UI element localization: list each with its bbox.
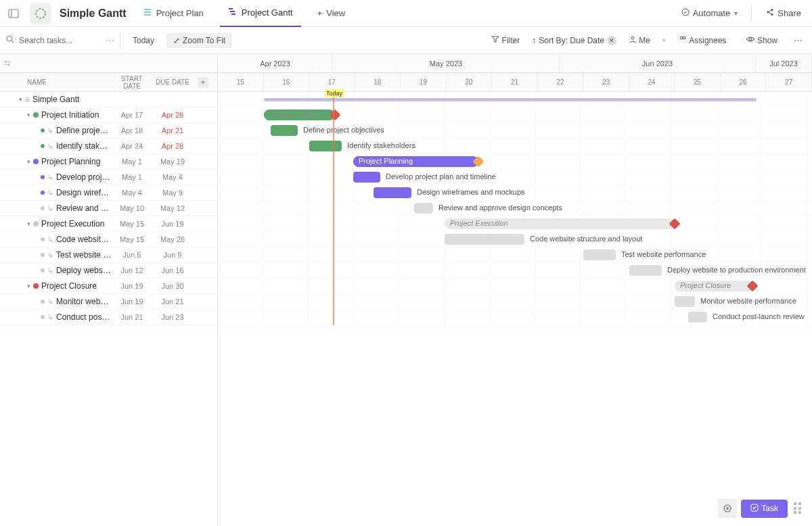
zoom-to-fit-button[interactable]: ⤢Zoom To Fit <box>166 33 232 48</box>
expand-all-icon[interactable]: ⇆ <box>0 59 14 68</box>
start-date-cell[interactable]: May 10 <box>112 204 152 212</box>
task-row[interactable]: ↳Code website structure and layoutMay 15… <box>0 232 217 247</box>
task-row[interactable]: ↳Monitor website performanceJun 19Jun 21 <box>0 294 217 310</box>
sort-icon: ↕ <box>532 36 536 45</box>
due-date-cell[interactable]: May 26 <box>152 235 193 243</box>
due-date-cell[interactable]: Apr 28 <box>152 111 193 119</box>
start-date-cell[interactable]: Jun 19 <box>112 282 152 290</box>
start-date-cell[interactable]: Jun 12 <box>112 266 152 274</box>
due-date-cell[interactable]: Jun 19 <box>152 220 193 228</box>
automate-button[interactable]: Automate ▾ <box>675 5 744 22</box>
due-date-cell[interactable]: May 19 <box>152 158 193 166</box>
task-row[interactable]: ↳Design wireframes and mockupsMay 4May 9 <box>0 185 217 201</box>
show-button[interactable]: Show <box>739 32 784 48</box>
task-row[interactable]: ↳Conduct post-launch reviewJun 21Jun 23 <box>0 310 217 325</box>
tab-project-plan[interactable]: Project Plan <box>135 0 212 27</box>
task-check-icon <box>750 504 759 514</box>
gantt-scroll-thumb[interactable] <box>264 98 757 101</box>
start-date-cell[interactable]: Jun 19 <box>112 297 152 306</box>
more-icon[interactable]: ⋯ <box>106 35 114 45</box>
add-view-button[interactable]: + View <box>309 0 354 27</box>
gantt-group-bar[interactable]: Project Initiation <box>264 110 335 120</box>
more-options-icon[interactable]: ⋯ <box>790 35 807 45</box>
record-button[interactable] <box>718 499 737 518</box>
status-bullet <box>41 268 45 272</box>
gantt-task-bar[interactable]: Identify stakeholders <box>309 141 342 151</box>
assignees-button[interactable]: Assignees <box>671 32 734 48</box>
task-row[interactable]: ↳Define project objectivesApr 18Apr 21 <box>0 123 217 139</box>
gantt-group-bar[interactable]: Project Closure <box>675 281 752 291</box>
filter-button[interactable]: Filter <box>484 32 526 48</box>
task-row[interactable]: ↳Test website performanceJun 5Jun 9 <box>0 247 217 263</box>
svg-point-9 <box>682 9 689 16</box>
due-date-cell[interactable]: Jun 21 <box>152 297 193 306</box>
caret-icon[interactable]: ▾ <box>27 220 30 227</box>
due-date-cell[interactable]: May 9 <box>152 189 193 197</box>
search-input[interactable] <box>19 36 87 45</box>
start-date-cell[interactable]: Jun 5 <box>112 251 152 259</box>
start-date-cell[interactable]: May 15 <box>112 220 152 228</box>
gantt-row: Identify stakeholders <box>218 139 812 154</box>
week-header-cell: 21 <box>492 73 538 91</box>
new-task-button[interactable]: Task <box>741 500 788 518</box>
column-name[interactable]: Name <box>0 78 112 86</box>
due-date-cell[interactable]: Apr 28 <box>152 142 193 150</box>
group-row[interactable]: ▾Project PlanningMay 1May 19 <box>0 154 217 170</box>
gantt-row: Test website performance <box>218 247 812 263</box>
start-date-cell[interactable]: Apr 17 <box>112 111 152 119</box>
task-row[interactable]: ↳Develop project plan and timelineMay 1M… <box>0 170 217 185</box>
apps-grid-button[interactable] <box>792 500 804 517</box>
gantt-task-bar[interactable]: Conduct post-launch review <box>688 312 707 322</box>
timeline-months-header: Apr 2023May 2023Jun 2023Jul 2023 <box>218 54 812 73</box>
due-date-cell[interactable]: Jun 16 <box>152 266 193 274</box>
start-date-cell[interactable]: May 1 <box>112 158 152 166</box>
gantt-task-bar[interactable]: Develop project plan and timeline <box>353 172 380 183</box>
gantt-task-bar[interactable]: Code website structure and layout <box>445 234 524 245</box>
due-date-cell[interactable]: Jun 30 <box>152 282 193 290</box>
due-date-cell[interactable]: Apr 21 <box>152 126 193 135</box>
tab-project-gantt[interactable]: Project Gantt <box>220 0 301 27</box>
share-button[interactable]: Share <box>760 5 807 22</box>
list-icon: ≡ <box>25 95 30 104</box>
svg-point-15 <box>7 36 12 41</box>
column-due[interactable]: Due Date <box>152 78 193 86</box>
start-date-cell[interactable]: May 4 <box>112 189 152 197</box>
me-button[interactable]: Me <box>622 32 657 48</box>
sort-clear-button[interactable]: ✕ <box>607 36 616 45</box>
group-row[interactable]: ▾Project ClosureJun 19Jun 30 <box>0 279 217 294</box>
add-column-button[interactable]: + <box>198 77 208 88</box>
gantt-task-bar[interactable]: Test website performance <box>583 249 616 260</box>
gantt-task-bar[interactable]: Deploy website to production environment <box>629 265 662 276</box>
task-row[interactable]: ↳Deploy website to production environmen… <box>0 263 217 279</box>
due-date-cell[interactable]: May 12 <box>152 204 193 212</box>
gantt-task-bar[interactable]: Review and approve design concepts <box>414 203 433 214</box>
caret-icon[interactable]: ▾ <box>27 112 30 118</box>
gantt-task-bar[interactable]: Monitor website performance <box>675 296 695 307</box>
start-date-cell[interactable]: Apr 24 <box>112 142 152 150</box>
caret-icon[interactable]: ▾ <box>27 158 30 165</box>
start-date-cell[interactable]: Apr 18 <box>112 126 152 135</box>
today-button[interactable]: Today <box>126 33 161 48</box>
task-row[interactable]: ↳Identify stakeholdersApr 24Apr 28 <box>0 139 217 154</box>
start-date-cell[interactable]: May 1 <box>112 173 152 181</box>
today-line <box>333 92 334 325</box>
task-row[interactable]: ↳Review and approve design conceptsMay 1… <box>0 201 217 216</box>
due-date-cell[interactable]: Jun 23 <box>152 313 193 321</box>
sidebar-toggle-icon[interactable] <box>5 5 22 22</box>
start-date-cell[interactable]: May 15 <box>112 235 152 243</box>
start-date-cell[interactable]: Jun 21 <box>112 313 152 321</box>
gantt-task-bar[interactable]: Define project objectives <box>271 125 298 136</box>
caret-icon[interactable]: ▾ <box>27 283 30 289</box>
gantt-group-bar[interactable]: Project Planning <box>353 156 478 167</box>
due-date-cell[interactable]: Jun 9 <box>152 251 193 259</box>
group-row[interactable]: ▾Project ExecutionMay 15Jun 19 <box>0 216 217 232</box>
group-row[interactable]: ▾Project InitiationApr 17Apr 28 <box>0 107 217 123</box>
due-date-cell[interactable]: May 4 <box>152 173 193 181</box>
gantt-task-bar[interactable]: Design wireframes and mockups <box>374 187 411 198</box>
gantt-group-bar[interactable]: Project Execution <box>445 218 675 229</box>
caret-icon[interactable]: ▾ <box>19 96 22 103</box>
group-row[interactable]: ▾≡Simple Gantt <box>0 92 217 107</box>
sort-chip[interactable]: ↕ Sort By: Due Date ✕ <box>532 36 616 45</box>
column-start[interactable]: Start Date <box>112 75 152 90</box>
status-bullet <box>41 315 45 319</box>
